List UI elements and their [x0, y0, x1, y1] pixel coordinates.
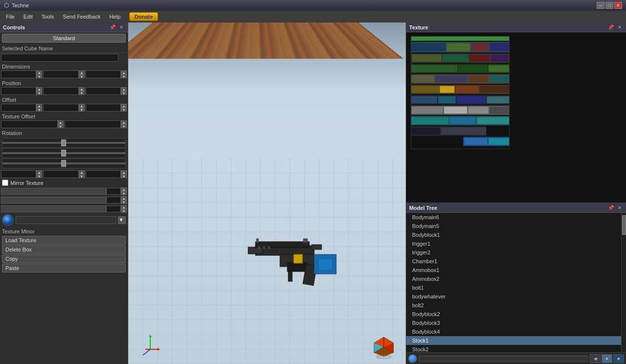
tree-item[interactable]: trigger1 [406, 239, 621, 248]
tree-item[interactable]: Bodyblock2 [406, 310, 621, 318]
dim-y-down[interactable]: ▼ [79, 74, 85, 78]
pos-z-field[interactable]: 0.0 [86, 87, 121, 95]
rot-y-up[interactable]: ▲ [79, 170, 85, 174]
dim-z-down[interactable]: ▼ [121, 74, 127, 78]
scale-z-field[interactable]: 1.0 [106, 205, 121, 212]
pos-y-field[interactable]: 0.0 [43, 87, 78, 95]
off-x-up[interactable]: ▲ [36, 104, 42, 108]
off-y-up[interactable]: ▲ [79, 104, 85, 108]
dim-x-up[interactable]: ▲ [36, 70, 42, 74]
texture-pin-icon[interactable]: 📌 [607, 24, 614, 31]
rot-y-down[interactable]: ▼ [79, 174, 85, 178]
dim-x-field[interactable]: 0 [1, 70, 36, 78]
minimize-button[interactable]: ─ [597, 2, 604, 9]
maximize-button[interactable]: □ [605, 2, 613, 9]
tree-item[interactable]: Bodyblock1 [406, 230, 621, 239]
load-texture-button[interactable]: Load Texture [2, 236, 126, 245]
rot-x-field[interactable]: 0.000 [1, 170, 36, 178]
tree-item[interactable]: bodywhatever [406, 292, 621, 301]
donate-button[interactable]: Donate [129, 12, 158, 21]
rotation-y-slider-track[interactable] [2, 148, 126, 158]
scale-z-up[interactable]: ▲ [121, 205, 127, 209]
pos-y-down[interactable]: ▼ [79, 91, 85, 95]
standard-button[interactable]: Standard [2, 34, 126, 43]
rotation-z-slider-track[interactable] [2, 159, 126, 168]
texture-dropdown-arrow[interactable]: ▼ [118, 216, 126, 224]
panel-close-icon[interactable]: ✕ [118, 24, 125, 31]
toff-y-field[interactable]: 0 [65, 120, 121, 128]
model-tree-pin[interactable]: 📌 [607, 205, 614, 211]
tree-item[interactable]: trigger2 [406, 248, 621, 257]
tree-footer-scrollbar[interactable] [419, 356, 588, 362]
toff-x-field[interactable]: 0 [1, 120, 58, 128]
dim-y-field[interactable]: 0 [43, 70, 78, 78]
tree-item[interactable]: Bodyblock4 [406, 327, 621, 336]
menu-file[interactable]: File [2, 13, 19, 21]
texture-canvas[interactable] [406, 32, 626, 203]
copy-button[interactable]: Copy [2, 254, 126, 263]
rot-z-field[interactable]: 0.000 [86, 170, 121, 178]
rotation-x-thumb[interactable] [61, 139, 66, 146]
rotation-x-slider-track[interactable] [2, 138, 126, 148]
scale-x-bar[interactable] [1, 188, 106, 195]
tree-item[interactable]: Chamber1 [406, 257, 621, 266]
tree-item[interactable]: bolt2 [406, 301, 621, 310]
tree-footer-btn-2[interactable]: ■ [602, 354, 612, 363]
off-z-field[interactable]: 0.0 [86, 104, 121, 112]
close-button[interactable]: ✕ [614, 2, 622, 9]
off-z-down[interactable]: ▼ [121, 108, 127, 112]
off-y-field[interactable]: 0.0 [43, 104, 78, 112]
menu-edit[interactable]: Edit [20, 13, 37, 21]
menu-help[interactable]: Help [105, 13, 124, 21]
off-x-field[interactable]: 0.0 [1, 104, 36, 112]
off-x-down[interactable]: ▼ [36, 108, 42, 112]
scale-x-field[interactable]: 1.0 [106, 188, 121, 195]
scale-x-up[interactable]: ▲ [121, 187, 127, 191]
tree-scrollbar-thumb[interactable] [622, 215, 626, 235]
rot-x-down[interactable]: ▼ [36, 174, 42, 178]
texture-dropdown[interactable] [16, 216, 116, 224]
rot-y-field[interactable]: 0.000 [43, 170, 78, 178]
scale-y-down[interactable]: ▼ [121, 200, 127, 204]
tree-scrollbar[interactable] [621, 213, 626, 352]
rot-x-up[interactable]: ▲ [36, 170, 42, 174]
pos-y-up[interactable]: ▲ [79, 87, 85, 91]
tree-item[interactable]: Stock1 [406, 336, 621, 345]
pin-icon[interactable]: 📌 [109, 24, 116, 31]
tree-item[interactable]: Bodymain6 [406, 213, 621, 222]
tree-item[interactable]: Bodymain5 [406, 222, 621, 230]
toff-y-up[interactable]: ▲ [121, 120, 127, 124]
scale-z-bar[interactable] [1, 205, 106, 212]
rot-z-up[interactable]: ▲ [121, 170, 127, 174]
tree-item[interactable]: Stock2 [406, 345, 621, 352]
toff-y-down[interactable]: ▼ [121, 124, 127, 128]
toff-x-up[interactable]: ▲ [58, 120, 64, 124]
scale-y-up[interactable]: ▲ [121, 196, 127, 200]
pos-x-field[interactable]: 0.0 [1, 87, 36, 95]
off-y-down[interactable]: ▼ [79, 108, 85, 112]
menu-tools[interactable]: Tools [38, 13, 58, 21]
mirror-texture-checkbox[interactable] [2, 180, 8, 186]
scale-x-down[interactable]: ▼ [121, 191, 127, 195]
dim-x-down[interactable]: ▼ [36, 74, 42, 78]
tree-item[interactable]: bolt1 [406, 283, 621, 292]
texture-close-icon[interactable]: ✕ [616, 24, 623, 31]
pos-z-up[interactable]: ▲ [121, 87, 127, 91]
tree-item[interactable]: Ammobox2 [406, 274, 621, 283]
dim-z-up[interactable]: ▲ [121, 70, 127, 74]
dim-y-up[interactable]: ▲ [79, 70, 85, 74]
scale-y-field[interactable]: 1.0 [106, 197, 121, 204]
tree-item[interactable]: Bodyblock3 [406, 318, 621, 327]
off-z-up[interactable]: ▲ [121, 104, 127, 108]
delete-box-button[interactable]: Delete Box [2, 245, 126, 254]
tree-footer-btn-3[interactable]: ■ [613, 354, 624, 363]
paste-button[interactable]: Paste [2, 264, 126, 273]
pos-x-down[interactable]: ▼ [36, 91, 42, 95]
tree-footer-btn-1[interactable]: ◀ [590, 354, 601, 363]
cube-name-input[interactable] [1, 54, 118, 62]
menu-send-feedback[interactable]: Send Feedback [59, 13, 104, 21]
rot-z-down[interactable]: ▼ [121, 174, 127, 178]
toff-x-down[interactable]: ▼ [58, 124, 64, 128]
dim-z-field[interactable]: 0 [86, 70, 121, 78]
pos-x-up[interactable]: ▲ [36, 87, 42, 91]
